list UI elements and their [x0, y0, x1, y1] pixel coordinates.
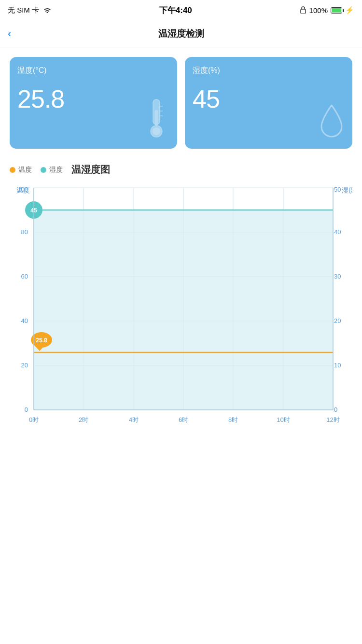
thermometer-icon: [142, 97, 170, 142]
back-button[interactable]: ‹: [8, 28, 11, 40]
humidity-card: 湿度(%) 45: [185, 57, 352, 149]
page-title: 温湿度检测: [158, 28, 204, 40]
sensor-cards: 温度(°C) 25.8 湿度(%): [10, 57, 352, 149]
battery-icon: [331, 7, 342, 14]
svg-text:湿度: 湿度: [342, 186, 352, 194]
temperature-card: 温度(°C) 25.8: [10, 57, 177, 149]
wifi-icon: [43, 6, 52, 14]
svg-marker-43: [34, 210, 333, 410]
main-content: 温度(°C) 25.8 湿度(%): [0, 47, 362, 439]
svg-text:20: 20: [21, 362, 28, 369]
svg-text:60: 60: [21, 273, 28, 280]
svg-text:30: 30: [334, 273, 341, 280]
svg-text:10时: 10时: [277, 416, 290, 423]
svg-text:6时: 6时: [179, 416, 188, 423]
nav-bar: ‹ 温湿度检测: [0, 20, 362, 47]
svg-text:40: 40: [21, 317, 28, 324]
svg-text:40: 40: [334, 228, 341, 236]
svg-text:50: 50: [334, 186, 341, 193]
legend-humid: 湿度: [41, 166, 63, 174]
status-left: 无 SIM 卡: [8, 6, 52, 15]
svg-text:0时: 0时: [29, 416, 39, 423]
status-time: 下午4:40: [159, 5, 192, 16]
chart-header: 温度 湿度 温湿度图: [10, 163, 352, 176]
svg-text:0: 0: [25, 406, 28, 413]
svg-text:8时: 8时: [228, 416, 238, 423]
lock-icon: [300, 6, 306, 15]
chart-container: 温度 湿度 0 20 40 60 80 100 0 10 20 30 40 50: [10, 183, 352, 439]
sim-status: 无 SIM 卡: [8, 6, 39, 15]
svg-text:4时: 4时: [129, 416, 139, 423]
charging-icon: ⚡: [345, 6, 354, 14]
legend-temp-label: 温度: [18, 166, 32, 174]
svg-text:2时: 2时: [79, 416, 88, 423]
svg-text:0: 0: [334, 406, 337, 413]
battery-percent: 100%: [309, 6, 328, 14]
chart-title: 温湿度图: [71, 163, 110, 176]
temp-card-label: 温度(°C): [17, 66, 169, 76]
svg-text:80: 80: [21, 228, 28, 236]
legend-temp: 温度: [10, 166, 32, 174]
svg-text:12时: 12时: [326, 416, 339, 423]
svg-text:10: 10: [334, 362, 341, 369]
humid-card-label: 湿度(%): [193, 66, 345, 76]
drop-icon: [318, 101, 346, 142]
svg-point-7: [153, 127, 160, 135]
svg-text:100: 100: [17, 186, 28, 193]
chart-svg: 温度 湿度 0 20 40 60 80 100 0 10 20 30 40 50: [10, 183, 352, 434]
chart-legend: 温度 湿度: [10, 166, 63, 174]
status-bar: 无 SIM 卡 下午4:40 100% ⚡: [0, 0, 362, 20]
legend-humid-label: 湿度: [49, 166, 63, 174]
svg-rect-0: [301, 9, 306, 14]
legend-humid-dot: [41, 167, 46, 173]
svg-rect-5: [155, 110, 158, 126]
status-right: 100% ⚡: [300, 6, 354, 15]
svg-text:25.8: 25.8: [36, 337, 47, 344]
legend-temp-dot: [10, 167, 15, 173]
svg-text:20: 20: [334, 317, 341, 324]
